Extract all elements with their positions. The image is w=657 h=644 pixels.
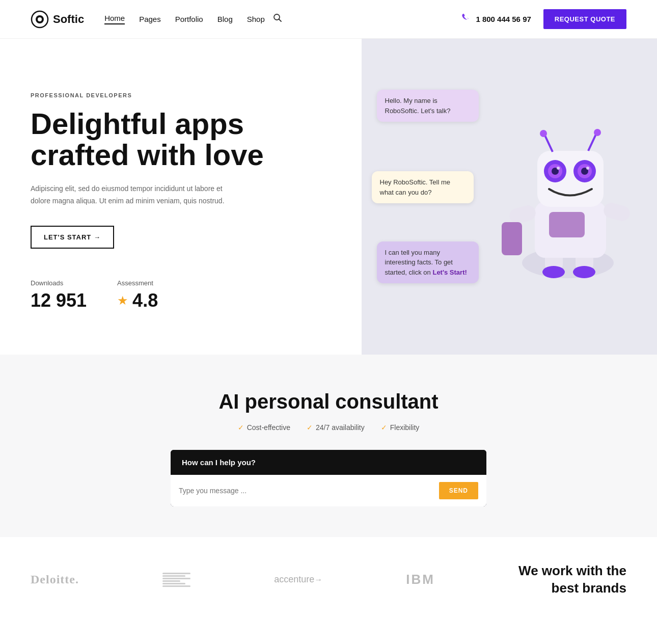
check-icon-flexibility: ✓ (381, 423, 387, 432)
hero-left: PROFESSIONAL DEVELOPERS Delightful apps … (0, 39, 362, 355)
ai-chat-input-area: SEND (171, 475, 486, 506)
search-button[interactable] (273, 13, 282, 25)
ai-feature-flexibility: ✓ Flexibility (381, 423, 420, 432)
robot-svg (474, 90, 657, 304)
nav-home[interactable]: Home (104, 14, 125, 24)
brand-accenture: accenture (274, 574, 322, 585)
header-right: 1 800 444 56 97 REQUEST QUOTE (461, 9, 626, 29)
header: Softic Home Pages Portfolio Blog Shop 1 … (0, 0, 657, 39)
hero-stats: Downloads 12 951 Assessment ★ 4.8 (31, 279, 331, 311)
svg-line-24 (545, 136, 553, 152)
feature-availability-label: 24/7 availability (316, 423, 365, 432)
ai-send-button[interactable]: SEND (439, 482, 478, 499)
request-quote-button[interactable]: REQUEST QUOTE (543, 9, 626, 29)
hero-cta-button[interactable]: LET'S START → (31, 226, 114, 249)
svg-point-9 (573, 266, 595, 278)
logo-icon (31, 10, 49, 29)
svg-point-22 (557, 167, 560, 170)
ai-feature-availability: ✓ 24/7 availability (307, 423, 365, 432)
svg-line-4 (279, 19, 281, 22)
svg-line-26 (588, 135, 596, 151)
nav-pages[interactable]: Pages (139, 15, 161, 23)
feature-flexibility-label: Flexibility (390, 423, 420, 432)
nav-blog[interactable]: Blog (217, 15, 233, 23)
assessment-rating: ★ 4.8 (117, 290, 158, 311)
hero-section: PROFESSIONAL DEVELOPERS Delightful apps … (0, 39, 657, 355)
svg-point-25 (540, 130, 547, 137)
logo[interactable]: Softic (31, 10, 84, 29)
svg-point-23 (586, 167, 589, 170)
svg-point-27 (594, 129, 601, 136)
lets-start-link[interactable]: Let's Start! (432, 269, 467, 276)
search-icon (273, 13, 282, 22)
robot-illustration (474, 90, 657, 304)
ai-chat-input[interactable] (179, 482, 439, 499)
header-left: Softic Home Pages Portfolio Blog Shop (31, 10, 282, 29)
ai-features: ✓ Cost-effective ✓ 24/7 availability ✓ F… (31, 423, 626, 432)
star-icon: ★ (117, 293, 128, 308)
ai-chat-header: How can I help you? (171, 450, 486, 475)
brand-boa (162, 573, 190, 587)
bubble-top-text: Hello. My name is RoboSoftic. Let's talk… (385, 97, 451, 115)
boa-line-2 (162, 575, 185, 577)
svg-rect-13 (602, 201, 632, 223)
chat-bubble-bot: I can tell you many interesting facts. T… (377, 242, 479, 284)
nav-portfolio[interactable]: Portfolio (175, 15, 203, 23)
ai-chat-box: How can I help you? SEND (171, 450, 486, 506)
hero-subtitle: PROFESSIONAL DEVELOPERS (31, 92, 331, 98)
hero-title: Delightful apps crafted with love (31, 109, 331, 171)
boa-line-3 (162, 578, 190, 579)
feature-cost-label: Cost-effective (247, 423, 290, 432)
check-icon-cost: ✓ (238, 423, 244, 432)
svg-rect-11 (549, 212, 585, 237)
logo-text: Softic (53, 13, 84, 26)
phone-icon (461, 13, 472, 25)
ai-feature-cost: ✓ Cost-effective (238, 423, 290, 432)
downloads-value: 12 951 (31, 290, 87, 311)
boa-line-4 (162, 580, 180, 582)
brand-ibm: IBM (406, 572, 435, 587)
boa-line-1 (162, 573, 190, 574)
hero-description: Adipiscing elit, sed do eiusmod tempor i… (31, 183, 234, 207)
assessment-label: Assessment (117, 279, 158, 287)
chat-bubble-top: Hello. My name is RoboSoftic. Let's talk… (377, 90, 479, 122)
brand-deloitte: Deloitte. (31, 573, 79, 586)
svg-point-8 (542, 266, 565, 278)
brands-section: Deloitte. accenture IBM We work with the… (0, 537, 657, 623)
main-nav: Home Pages Portfolio Blog Shop (104, 14, 265, 24)
assessment-value: 4.8 (132, 290, 158, 311)
downloads-stat: Downloads 12 951 (31, 279, 87, 311)
hero-right: Hello. My name is RoboSoftic. Let's talk… (362, 39, 658, 355)
boa-line-5 (162, 583, 185, 584)
ai-section-title: AI personal consultant (31, 390, 626, 413)
brands-tagline: We work with thebest brands (518, 562, 626, 597)
bubble-mid-text: Hey RoboSoftic. Tell me what can you do? (380, 178, 451, 196)
ai-section: AI personal consultant ✓ Cost-effective … (0, 355, 657, 537)
downloads-label: Downloads (31, 279, 87, 287)
boa-line-6 (162, 585, 190, 587)
svg-rect-14 (502, 222, 522, 255)
nav-shop[interactable]: Shop (247, 15, 265, 23)
svg-rect-12 (508, 204, 537, 225)
chat-bubble-mid: Hey RoboSoftic. Tell me what can you do? (372, 171, 474, 203)
assessment-stat: Assessment ★ 4.8 (117, 279, 158, 311)
phone-area: 1 800 444 56 97 (461, 13, 531, 25)
svg-point-2 (38, 17, 42, 21)
check-icon-availability: ✓ (307, 423, 313, 432)
phone-number: 1 800 444 56 97 (476, 15, 531, 23)
